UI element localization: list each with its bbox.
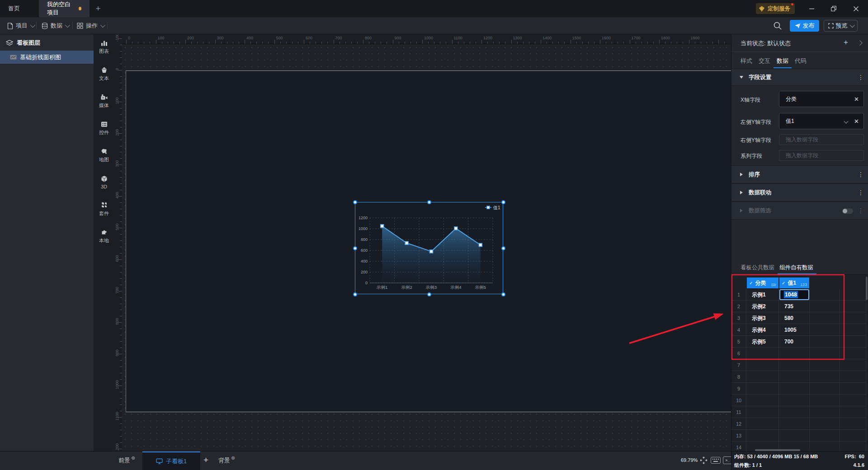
grid-cell[interactable] bbox=[779, 348, 810, 359]
resize-handle[interactable] bbox=[353, 292, 357, 296]
grid-column-header[interactable]: ✓分类Str bbox=[747, 277, 778, 288]
foreground-label[interactable]: 前景⊕ bbox=[118, 456, 135, 465]
editing-cell-input[interactable]: 1048 bbox=[779, 289, 809, 300]
grid-cell[interactable] bbox=[810, 395, 840, 406]
zoom-level[interactable]: 69.79% bbox=[681, 457, 698, 463]
grid-cell[interactable] bbox=[840, 301, 866, 312]
row-number[interactable]: 2 bbox=[731, 301, 746, 312]
grid-cell[interactable] bbox=[779, 395, 810, 406]
grid-cell[interactable] bbox=[840, 442, 866, 451]
kebab-menu-icon[interactable]: ⋮ bbox=[858, 207, 864, 214]
grid-cell[interactable] bbox=[810, 312, 840, 324]
grid-cell[interactable] bbox=[810, 324, 840, 336]
grid-cell[interactable] bbox=[779, 383, 810, 395]
grid-cell[interactable] bbox=[840, 430, 866, 442]
row-number[interactable]: 4 bbox=[731, 324, 746, 336]
grid-cell[interactable] bbox=[746, 359, 779, 371]
dock-item-kits[interactable]: 套件 bbox=[94, 198, 114, 220]
grid-cell[interactable] bbox=[779, 371, 810, 383]
add-board-button[interactable]: + bbox=[203, 455, 208, 465]
grid-cell[interactable] bbox=[810, 383, 840, 395]
window-close-button[interactable] bbox=[845, 0, 867, 17]
row-number[interactable]: 3 bbox=[731, 312, 746, 324]
dock-item-text[interactable]: 文本 bbox=[94, 63, 114, 85]
clear-icon[interactable]: ✕ bbox=[854, 118, 859, 125]
fit-view-button[interactable] bbox=[700, 456, 708, 464]
row-number[interactable]: 1 bbox=[731, 289, 746, 301]
field-input-series[interactable]: 拖入数据字段 bbox=[779, 150, 864, 161]
dock-item-media[interactable]: 媒体 bbox=[94, 90, 114, 112]
grid-cell[interactable] bbox=[746, 406, 779, 418]
tab-code[interactable]: 代码 bbox=[795, 57, 807, 65]
custom-service-badge[interactable]: 定制服务 bbox=[756, 3, 795, 14]
window-restore-button[interactable] bbox=[823, 0, 844, 17]
section-data-filter[interactable]: 数据筛选 ⋮ bbox=[731, 202, 868, 220]
selected-component[interactable]: 020040060080010001200示例1示例2示例3示例4示例5值1 bbox=[355, 202, 503, 294]
dock-item-widgets[interactable]: 控件 bbox=[94, 118, 114, 139]
resize-handle[interactable] bbox=[501, 292, 505, 296]
grid-cell[interactable] bbox=[840, 348, 866, 359]
grid-cell[interactable] bbox=[840, 324, 866, 336]
grid-column-header[interactable]: ✓值1123 bbox=[779, 277, 809, 288]
add-circle-icon[interactable]: ⊕ bbox=[231, 455, 235, 461]
section-field-settings[interactable]: 字段设置 ⋮ bbox=[731, 69, 868, 86]
publish-button[interactable]: 发布 bbox=[790, 20, 819, 32]
row-number[interactable]: 14 bbox=[731, 442, 746, 451]
chevron-down-icon[interactable] bbox=[844, 119, 849, 123]
row-number[interactable]: 5 bbox=[731, 336, 746, 348]
grid-cell[interactable] bbox=[746, 383, 779, 395]
menu-data[interactable]: 数据 bbox=[42, 17, 69, 34]
keyboard-shortcuts-button[interactable] bbox=[711, 457, 721, 464]
grid-cell[interactable] bbox=[840, 418, 866, 430]
grid-cell[interactable]: 735 bbox=[779, 301, 810, 312]
grid-cell[interactable] bbox=[840, 336, 866, 348]
grid-cell[interactable]: 示例2 bbox=[746, 301, 779, 312]
grid-horizontal-scrollbar[interactable] bbox=[755, 449, 800, 451]
grid-cell[interactable] bbox=[779, 406, 810, 418]
dock-item-charts[interactable]: 图表 bbox=[94, 36, 114, 58]
grid-cell[interactable] bbox=[746, 418, 779, 430]
grid-cell[interactable] bbox=[810, 289, 840, 301]
menu-operations[interactable]: 操作 bbox=[77, 17, 104, 34]
row-number[interactable]: 6 bbox=[731, 348, 746, 359]
add-state-button[interactable]: + bbox=[844, 38, 848, 47]
grid-cell[interactable] bbox=[840, 359, 866, 371]
layer-item-selected[interactable]: 基础折线面积图 bbox=[0, 51, 94, 64]
grid-cell[interactable] bbox=[840, 312, 866, 324]
grid-cell[interactable] bbox=[840, 371, 866, 383]
add-circle-icon[interactable]: ⊕ bbox=[131, 455, 135, 461]
new-tab-button[interactable]: + bbox=[92, 3, 104, 14]
dock-item-local[interactable]: 本地 bbox=[94, 226, 114, 247]
console-button[interactable]: >_ bbox=[723, 456, 732, 464]
grid-cell[interactable] bbox=[746, 371, 779, 383]
grid-vertical-scrollbar[interactable] bbox=[866, 277, 868, 300]
grid-cell[interactable] bbox=[810, 336, 840, 348]
row-number[interactable]: 11 bbox=[731, 406, 746, 418]
grid-cell[interactable] bbox=[810, 430, 840, 442]
grid-cell[interactable] bbox=[746, 395, 779, 406]
field-input-left-yaxis[interactable]: 值1 ✕ bbox=[779, 113, 864, 129]
resize-handle[interactable] bbox=[353, 200, 357, 204]
kebab-menu-icon[interactable]: ⋮ bbox=[858, 171, 864, 178]
kebab-menu-icon[interactable]: ⋮ bbox=[858, 74, 864, 81]
resize-handle[interactable] bbox=[353, 246, 357, 250]
row-number[interactable]: 8 bbox=[731, 371, 746, 383]
grid-cell[interactable] bbox=[810, 418, 840, 430]
resize-handle[interactable] bbox=[427, 292, 431, 296]
dock-item-map[interactable]: 地图 bbox=[94, 145, 114, 166]
grid-cell[interactable] bbox=[810, 406, 840, 418]
row-number[interactable]: 10 bbox=[731, 395, 746, 406]
chevron-right-icon[interactable] bbox=[857, 40, 862, 45]
kebab-menu-icon[interactable]: ⋮ bbox=[858, 189, 864, 196]
tab-project[interactable]: 我的空白项目 bbox=[39, 0, 90, 17]
grid-cell[interactable] bbox=[810, 371, 840, 383]
background-label[interactable]: 背景⊕ bbox=[218, 456, 235, 465]
field-input-right-yaxis[interactable]: 拖入数据字段 bbox=[779, 134, 864, 145]
grid-cell[interactable]: 580 bbox=[779, 312, 810, 324]
resize-handle[interactable] bbox=[501, 246, 505, 250]
resize-handle[interactable] bbox=[501, 200, 505, 204]
row-number[interactable]: 13 bbox=[731, 430, 746, 442]
board-tab-active[interactable]: 子看板1 bbox=[142, 451, 200, 470]
row-number[interactable]: 7 bbox=[731, 359, 746, 371]
menu-project[interactable]: 项目 bbox=[7, 17, 34, 34]
